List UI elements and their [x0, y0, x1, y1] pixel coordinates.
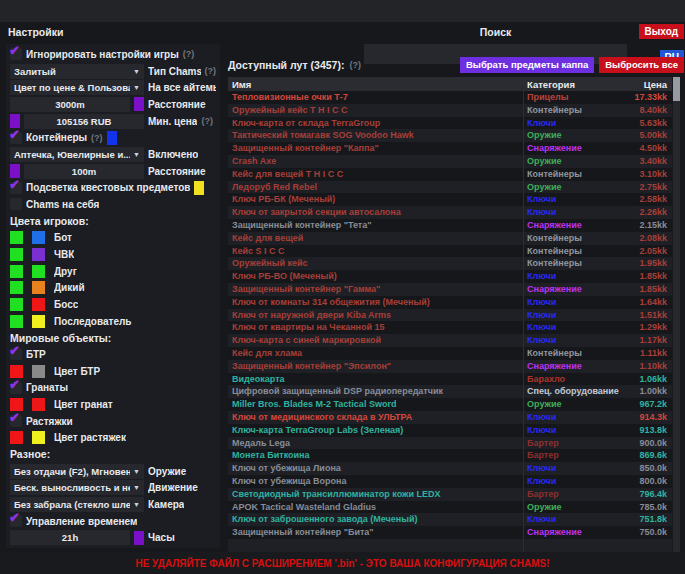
- color-swatch-primary[interactable]: [10, 248, 23, 261]
- loot-row[interactable]: Crash AxeОружие3.40kk: [228, 155, 672, 168]
- item-name: Ключ РБ-ВО (Меченый): [228, 270, 524, 283]
- dropdown[interactable]: Беск. выносливость и нет уста▼: [10, 480, 144, 495]
- color-swatch-primary[interactable]: [10, 431, 23, 444]
- text-input[interactable]: 21h: [10, 530, 130, 545]
- checkbox[interactable]: ✔: [10, 132, 22, 144]
- text-input[interactable]: 100m: [24, 164, 144, 179]
- loot-row[interactable]: Защищенный контейнер "Тета"Снаряжение2.1…: [228, 219, 672, 232]
- color-swatch-secondary[interactable]: [32, 315, 45, 328]
- loot-row[interactable]: Ключ от убежища ВоронаКлючи800.0k: [228, 475, 672, 488]
- color-swatch-secondary[interactable]: [32, 281, 45, 294]
- loot-row[interactable]: [228, 539, 672, 552]
- loot-row[interactable]: Ключ-карта с синей маркировкойКлючи1.17k…: [228, 334, 672, 347]
- checkbox[interactable]: ✔: [10, 348, 22, 360]
- loot-row[interactable]: Медаль LegaБартер900.0k: [228, 437, 672, 450]
- item-name: Тактический томагавк SOG Voodoo Hawk: [228, 129, 524, 142]
- drop-all-button[interactable]: Выбросить все: [599, 57, 684, 73]
- loot-row[interactable]: Ключ от комнаты 314 общежития (Меченый)К…: [228, 296, 672, 309]
- loot-row[interactable]: ВидеокартаБарахло1.06kk: [228, 373, 672, 386]
- dropdown[interactable]: Без отдачи (F2), Мгновенное п▼: [10, 464, 144, 479]
- loot-row[interactable]: Ключ РБ-БК (Меченый)Ключи2.58kk: [228, 193, 672, 206]
- color-swatch-secondary[interactable]: [32, 431, 45, 444]
- checkbox[interactable]: ✔: [10, 415, 22, 427]
- loot-row[interactable]: Оружейный кейсКонтейнеры1.95kk: [228, 257, 672, 270]
- table-scrollbar[interactable]: [673, 77, 680, 552]
- checkbox[interactable]: ✔: [10, 182, 22, 194]
- color-swatch-secondary[interactable]: [32, 365, 45, 378]
- color-swatch[interactable]: [10, 164, 20, 178]
- loot-row[interactable]: Монета БиткоинаБартер869.6k: [228, 449, 672, 462]
- scrollbar-thumb[interactable]: [673, 77, 680, 101]
- column-category[interactable]: Категория: [524, 79, 619, 90]
- checkbox[interactable]: ✔: [10, 515, 22, 527]
- loot-row[interactable]: Ключ от заброшенного завода (Меченый)Клю…: [228, 513, 672, 526]
- checkbox[interactable]: ✔: [10, 48, 22, 60]
- loot-row[interactable]: Ключ-карта TerraGroup Labs (Зеленая)Ключ…: [228, 424, 672, 437]
- text-input[interactable]: 105156 RUB: [24, 114, 144, 129]
- loot-row[interactable]: Кейс S I C CКонтейнеры2.05kk: [228, 245, 672, 258]
- item-name: Защищенный контейнер "Каппа": [228, 142, 524, 155]
- color-swatch[interactable]: [134, 531, 144, 545]
- color-swatch[interactable]: [134, 97, 144, 111]
- color-swatch-primary[interactable]: [10, 281, 23, 294]
- loot-row[interactable]: Ключ-карта от склада TerraGroupКлючи5.63…: [228, 117, 672, 130]
- loot-row[interactable]: Тепловизионные очки Т-7Прицелы17.33kk: [228, 91, 672, 104]
- checkbox[interactable]: [10, 198, 22, 210]
- row-label: Оружие: [148, 466, 186, 477]
- loot-row[interactable]: Кейс для вещейКонтейнеры2.08kk: [228, 232, 672, 245]
- color-swatch[interactable]: [194, 181, 204, 195]
- loot-row[interactable]: Ключ от убежища ЛионаКлючи850.0k: [228, 462, 672, 475]
- color-swatch-primary[interactable]: [10, 398, 23, 411]
- loot-row[interactable]: Защищенный контейнер "Гамма"Снаряжение1.…: [228, 283, 672, 296]
- color-swatch[interactable]: [10, 114, 20, 128]
- color-swatch-secondary[interactable]: [32, 298, 45, 311]
- loot-row[interactable]: Светодиодный трансиллюминатор кожи LEDXБ…: [228, 488, 672, 501]
- color-swatch-primary[interactable]: [10, 231, 23, 244]
- item-price: 2.58kk: [619, 193, 672, 206]
- item-price: 967.2k: [619, 398, 672, 411]
- checkbox-label: БТР: [26, 349, 46, 360]
- color-swatch-primary[interactable]: [10, 365, 23, 378]
- color-swatch-primary[interactable]: [10, 298, 23, 311]
- loot-row[interactable]: Защищенный контейнер "Бита"Снаряжение750…: [228, 526, 672, 539]
- loot-row[interactable]: Защищенный контейнер "Эпсилон"Снаряжение…: [228, 360, 672, 373]
- settings-row: Друг: [6, 263, 220, 280]
- item-category: Снаряжение: [524, 283, 619, 296]
- loot-row[interactable]: Тактический томагавк SOG Voodoo HawkОруж…: [228, 129, 672, 142]
- dropdown-value: Без забрала (стекло шлема): [14, 499, 130, 510]
- loot-row[interactable]: Кейс для хламаКонтейнеры1.11kk: [228, 347, 672, 360]
- color-swatch-secondary[interactable]: [32, 398, 45, 411]
- column-price[interactable]: Цена: [619, 79, 672, 90]
- color-swatch-secondary[interactable]: [32, 231, 45, 244]
- dropdown[interactable]: Залитый▼: [10, 64, 144, 79]
- loot-row[interactable]: Miller Bros. Blades M-2 Tactical SwordОр…: [228, 398, 672, 411]
- loot-row[interactable]: APOK Tactical Wasteland GladiusОружие785…: [228, 501, 672, 514]
- loot-row[interactable]: Ключ от квартиры на Чеканной 15Ключи1.29…: [228, 321, 672, 334]
- color-swatch-secondary[interactable]: [32, 248, 45, 261]
- color-swatch-primary[interactable]: [10, 265, 23, 278]
- loot-row[interactable]: Цифровой защищенный DSP радиопередатчикС…: [228, 385, 672, 398]
- loot-row[interactable]: Ключ от наружной двери Kiba ArmsКлючи1.5…: [228, 309, 672, 322]
- loot-row[interactable]: Защищенный контейнер "Каппа"Снаряжение4.…: [228, 142, 672, 155]
- loot-row[interactable]: Кейс для вещей T H I C CКонтейнеры3.10kk: [228, 168, 672, 181]
- color-swatch-secondary[interactable]: [32, 265, 45, 278]
- text-input[interactable]: 3000m: [10, 97, 130, 112]
- loot-row[interactable]: Ледоруб Red RebelОружие2.75kk: [228, 181, 672, 194]
- loot-row[interactable]: Оружейный кейс T H I C CКонтейнеры8.40kk: [228, 104, 672, 117]
- loot-row[interactable]: Ключ РБ-ВО (Меченый)Ключи1.85kk: [228, 270, 672, 283]
- checkbox[interactable]: ✔: [10, 382, 22, 394]
- dropdown[interactable]: Без забрала (стекло шлема)▼: [10, 497, 144, 512]
- select-kappa-button[interactable]: Выбрать предметы каппа: [460, 57, 594, 73]
- help-icon: (?): [201, 116, 213, 126]
- titlebar: [0, 0, 685, 22]
- dropdown[interactable]: Аптечка, Ювелирные и...▼: [10, 147, 144, 162]
- loot-row[interactable]: Ключ от медицинского склада в УЛЬТРАКлюч…: [228, 411, 672, 424]
- checkbox-label: Гранаты: [26, 382, 68, 393]
- exit-button[interactable]: Выход: [639, 24, 684, 39]
- help-icon: (?): [205, 66, 217, 76]
- color-swatch-primary[interactable]: [10, 315, 23, 328]
- dropdown[interactable]: Цвет по цене & Пользователь▼: [10, 80, 144, 95]
- column-name[interactable]: Имя: [228, 79, 524, 90]
- loot-row[interactable]: Ключ от закрытой секции автосалонаКлючи2…: [228, 206, 672, 219]
- color-swatch[interactable]: [107, 131, 117, 145]
